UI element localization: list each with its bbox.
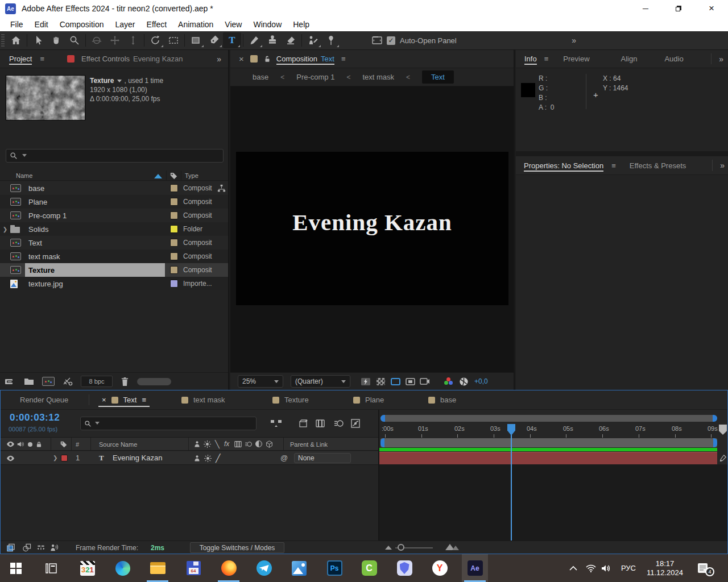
text-tool[interactable]: T [223,32,241,48]
zoom-out-mountain-icon[interactable] [385,546,392,550]
label-color-swatch[interactable] [170,239,178,247]
properties-panel-menu-icon[interactable]: ≡ [611,161,616,170]
search-options-caret-icon[interactable] [95,422,100,425]
info-tabs-overflow-chevron[interactable]: » [719,55,723,64]
orbit-camera-tool[interactable] [88,32,106,48]
roto-brush-tool[interactable] [304,32,322,48]
menu-edit[interactable]: Edit [29,20,54,29]
expand-layer-switches-icon[interactable] [6,543,15,552]
taskbar-photoshop-button[interactable]: Ps [321,554,348,582]
tab-comp-text[interactable]: × Text ≡ [98,390,150,409]
label-color-swatch[interactable] [170,198,178,206]
tray-volume-button[interactable] [599,554,614,582]
layer-label-swatch[interactable] [61,455,68,462]
channel-button[interactable] [441,377,456,385]
label-color-swatch[interactable] [170,211,178,219]
tab-comp-texture[interactable]: Texture [272,390,309,409]
close-button[interactable]: × [695,0,728,17]
search-options-caret-icon[interactable] [22,154,27,157]
mask-visibility-button[interactable] [403,378,417,385]
column-parent-link[interactable]: Parent & Link [290,441,328,448]
minimize-button[interactable]: ─ [629,0,662,17]
tab-audio[interactable]: Audio [664,50,683,68]
taskbar-shield-app-button[interactable] [391,554,417,582]
taskbar-edge-button[interactable] [110,554,136,582]
graph-editor-icon[interactable] [351,419,360,428]
toolbar-overflow-chevron[interactable]: » [572,36,576,45]
effects-column-icon[interactable]: fx [224,440,229,448]
taskbar-after-effects-button[interactable]: Ae [462,554,488,582]
project-tabs-overflow-chevron[interactable]: » [217,55,221,64]
timeline-panel-menu-icon[interactable]: ≡ [142,396,146,404]
magnification-dropdown[interactable]: 25% [238,375,283,388]
column-source-name[interactable]: Source Name [99,441,137,448]
eye-column-icon[interactable] [6,440,15,448]
label-color-swatch[interactable] [170,225,178,233]
color-depth-icon[interactable] [63,377,73,386]
menu-layer[interactable]: Layer [110,20,141,29]
project-row-plane[interactable]: Plane Composit [0,195,228,209]
camera-tool[interactable] [164,32,183,48]
audio-column-icon[interactable] [16,440,24,448]
layer-shy-icon[interactable] [193,455,201,462]
auto-open-panel-checkbox[interactable]: ✓ [387,36,395,45]
taskbar-firefox-button[interactable] [216,554,242,582]
selection-tool[interactable] [29,32,47,48]
project-row-text[interactable]: Text Composit [0,236,228,250]
layer-duration-bar[interactable] [379,452,717,464]
project-settings-icon[interactable] [5,377,16,386]
taskbar-mpc-button[interactable]: 321 [75,554,101,582]
label-color-swatch[interactable] [170,184,178,192]
navigator-start-handle[interactable] [380,415,385,422]
shy-column-icon[interactable] [193,440,201,448]
collapse-transformations-column-icon[interactable] [204,440,211,448]
breadcrumb-base[interactable]: base [253,73,268,81]
flowchart-icon[interactable] [217,184,226,193]
taskbar-yandex-button[interactable]: Y [427,554,453,582]
camera-settings-button[interactable] [417,377,432,385]
project-row-pre-comp-1[interactable]: Pre-comp 1 Composit [0,209,228,222]
restore-button[interactable] [662,0,695,17]
composition-mini-flowchart-icon[interactable] [270,419,283,428]
tray-language-indicator[interactable]: РУС [617,554,640,582]
work-area-start-handle[interactable] [380,438,384,447]
timeline-search-input[interactable] [80,417,257,430]
menu-effect[interactable]: Effect [141,20,173,29]
properties-tabs-overflow-chevron[interactable]: » [720,161,725,170]
tray-clock[interactable]: 18:17 11.12.2024 [642,554,688,582]
column-type[interactable]: Type [185,172,198,179]
panel-group-icon[interactable] [67,55,75,63]
fast-previews-button[interactable] [358,377,373,386]
brush-tool[interactable] [245,32,263,48]
transparency-grid-button[interactable] [373,378,388,385]
tab-properties[interactable]: Properties: No Selection [524,156,603,174]
project-row-text-mask[interactable]: text mask Composit [0,250,228,263]
parent-link-dropdown[interactable]: None [294,453,351,463]
exposure-value[interactable]: +0,0 [474,377,488,385]
breadcrumb-pre-comp-1[interactable]: Pre-comp 1 [296,73,334,81]
time-ruler[interactable]: :00s 01s 02s 03s 04s 05s 06s 07s 08s 09s [380,425,722,433]
lock-column-icon[interactable] [35,440,43,448]
taskbar-file-explorer-button[interactable] [144,554,171,582]
tab-info[interactable]: Info [524,50,537,68]
start-button[interactable] [3,554,29,582]
tab-comp-base[interactable]: base [428,390,456,409]
tab-effects-presets[interactable]: Effects & Presets [630,156,686,174]
project-row-texture-selected[interactable]: Texture Composit [0,263,228,277]
tray-wifi-button[interactable] [584,554,598,582]
tab-project[interactable]: Project [9,50,32,68]
work-area-end-handle[interactable] [713,438,717,447]
rotation-tool[interactable] [146,32,164,48]
composition-panel-menu-icon[interactable]: ≡ [341,55,346,63]
pan-camera-tool[interactable] [106,32,124,48]
frame-blending-icon[interactable] [316,419,325,428]
expand-chevron-icon[interactable]: ❯ [0,226,10,232]
close-tab-icon[interactable]: × [239,54,244,64]
menu-composition[interactable]: Composition [54,20,110,29]
breadcrumb-text-mask[interactable]: text mask [362,73,394,81]
comp-marker-bin-icon[interactable] [719,425,727,435]
adjustment-layer-column-icon[interactable] [255,440,262,447]
sort-ascending-icon[interactable] [154,174,162,178]
project-search-input[interactable] [6,149,224,163]
taskbar-photos-button[interactable] [286,554,312,582]
